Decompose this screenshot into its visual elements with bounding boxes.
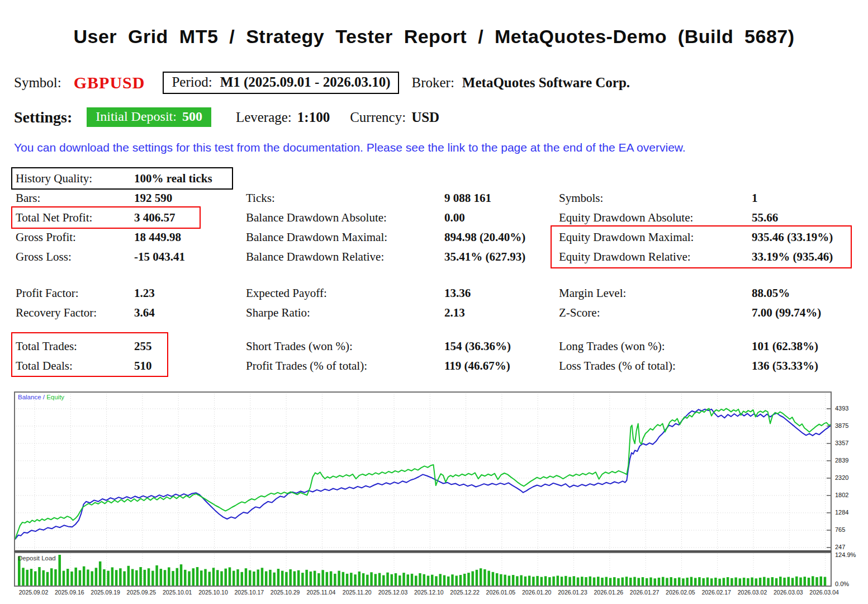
deposit-load-bar [439, 574, 441, 586]
deposit-load-bar [747, 578, 749, 586]
deposit-load-bar [734, 577, 737, 586]
x-axis-label: 2026.01.05 [481, 589, 520, 596]
deposit-load-bar [135, 570, 137, 586]
x-axis-label: 2025.12.03 [373, 589, 412, 596]
settings-label: Settings: [14, 108, 72, 126]
stats-row: Recovery Factor:3.64Sharpe Ratio:2.13Z-S… [16, 303, 856, 323]
deposit-load-bar [637, 578, 639, 586]
deposit-load-bar [804, 577, 806, 586]
deposit-load-bar [374, 574, 377, 586]
x-axis-label: 2026.01.23 [553, 589, 592, 596]
deposit-load-bar [225, 569, 227, 586]
deposit-load-bar [399, 575, 401, 586]
balance-equity-chart: Balance / Equity [14, 391, 832, 552]
stat-value: 2.13 [444, 306, 559, 320]
deposit-load-bar [91, 571, 93, 586]
deposit-load-bar [180, 564, 182, 586]
deposit-load-bar [682, 578, 684, 586]
stat-label: Symbols: [559, 191, 752, 205]
deposit-load-bar [220, 571, 222, 586]
y-axis-label: 2839 [835, 457, 848, 464]
deposit-load-bar [297, 570, 300, 586]
deposit-load-bar [366, 575, 368, 586]
deposit-load-bar [795, 577, 798, 586]
period-label: Period: [172, 74, 212, 90]
deposit-load-bar [463, 574, 466, 586]
deposit-load-bar [261, 568, 263, 586]
stat-value: 0.00 [444, 211, 559, 225]
deposit-load-bar [633, 577, 635, 586]
x-axis-label: 2025.10.01 [158, 589, 197, 596]
legend-balance: Balance [18, 394, 41, 400]
x-axis-label: 2026.01.26 [589, 589, 628, 596]
deposit-load-bar [176, 568, 178, 586]
report-title: User Grid MT5 / Strategy Tester Report /… [0, 26, 868, 48]
deposit-load-bar [58, 555, 60, 586]
stat-label: Total Deals: [16, 359, 134, 373]
deposit-load-bar [148, 568, 150, 586]
stat-label: Ticks: [246, 191, 444, 205]
stats-row: Profit Factor:1.23Expected Payoff:13.36M… [16, 284, 856, 303]
stat-value: 1 [752, 191, 856, 205]
deposit-load-bar [678, 577, 680, 586]
deposit-load-bar [144, 570, 146, 586]
y-axis-label: 1802 [835, 492, 848, 498]
currency-value: USD [411, 110, 439, 125]
deposit-load-bar [402, 573, 405, 586]
deposit-load-bar [516, 576, 518, 586]
y-axis-label: 3357 [835, 440, 848, 446]
deposit-load-bar [407, 574, 409, 586]
deposit-load-bar [751, 577, 753, 586]
y-axis-label: 247 [835, 544, 845, 550]
deposit-load-bar [293, 571, 296, 586]
x-axis-label: 2025.09.02 [14, 589, 53, 596]
stat-label: Sharpe Ratio: [246, 306, 444, 320]
deposit-load-bar [585, 577, 587, 586]
broker-value: MetaQuotes Software Corp. [462, 75, 630, 91]
deposit-load-bar [557, 575, 559, 586]
deposit-load-bar [613, 577, 615, 586]
deposit-load-bar [204, 569, 206, 586]
deposit-load-bar [698, 577, 700, 586]
deposit-load-bar [581, 577, 583, 586]
deposit-load-bar [301, 573, 303, 586]
initial-deposit-label: Initial Deposit: [96, 109, 177, 124]
deposit-load-bar [512, 575, 514, 586]
deposit-load-bar [662, 577, 664, 586]
stat-label: Loss Trades (% of total): [559, 359, 752, 373]
stat-value: 510 [134, 359, 246, 373]
deposit-load-bar [727, 577, 729, 586]
deposit-load-bar [455, 575, 457, 586]
deposit-load-bar [168, 567, 170, 586]
deposit-load-bar [755, 578, 757, 586]
settings-download-note[interactable]: You can download the settings for this t… [14, 141, 686, 154]
deposit-load-bar [107, 571, 109, 586]
deposit-load-bar [815, 577, 818, 586]
deposit-load-bar [658, 578, 660, 586]
deposit-load-chart: Deposit Load [14, 552, 832, 587]
deposit-load-bar [471, 571, 473, 586]
deposit-load-bar [229, 567, 231, 586]
deposit-load-bar [326, 572, 328, 586]
deposit-load-bar [820, 577, 822, 586]
deposit-load-bar [423, 574, 425, 586]
deposit-load-bar [285, 572, 287, 586]
deposit-load-bar [54, 569, 56, 586]
stats-row-spacer [16, 323, 856, 337]
deposit-load-bar [391, 574, 393, 586]
stat-value: 9 088 161 [444, 191, 559, 205]
broker-label: Broker: [411, 75, 454, 91]
deposit-load-bar [111, 567, 113, 586]
deposit-load-bar [573, 576, 575, 586]
y-axis-label: 3875 [835, 422, 848, 429]
strategy-tester-report-page: { "report": { "title": "User Grid MT5 / … [0, 0, 868, 604]
deposit-load-bar [411, 574, 413, 586]
deposit-load-bar [74, 568, 77, 586]
stat-label: Equity Drawdown Relative: [559, 250, 752, 264]
deposit-load-bar [419, 573, 421, 586]
deposit-load-bar [451, 574, 453, 586]
deposit-load-bar [702, 578, 704, 586]
stat-label: Expected Payoff: [246, 286, 444, 300]
deposit-load-bar [362, 573, 364, 586]
deposit-load-bar [694, 578, 696, 586]
